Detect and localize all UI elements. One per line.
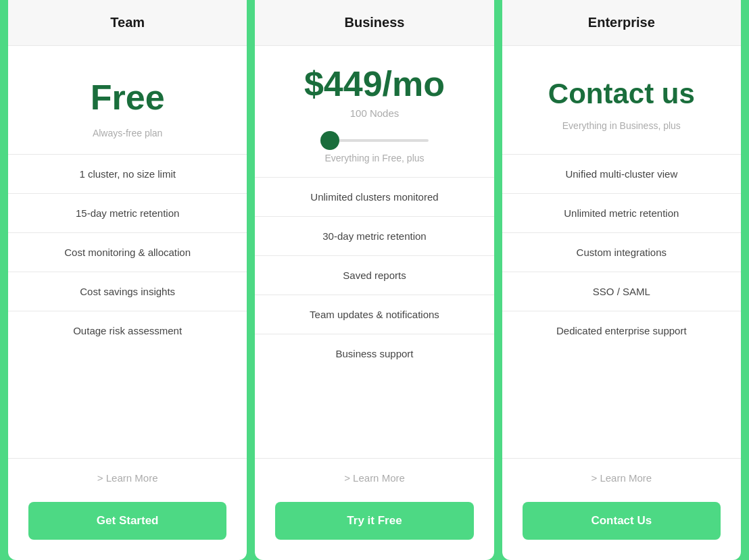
plan-price-section-enterprise: Contact usEverything in Business, plus <box>502 46 741 154</box>
plan-header-business: Business <box>255 0 493 46</box>
plan-subtext-business: Everything in Free, plus <box>324 153 424 163</box>
feature-item-business-1: 30-day metric retention <box>255 216 493 255</box>
nodes-slider-container <box>320 131 429 142</box>
learn-more-section-enterprise: > Learn More <box>502 458 741 491</box>
plan-price-team: Free <box>91 78 165 117</box>
feature-item-team-4: Outage risk assessment <box>8 311 247 350</box>
plan-name-team: Team <box>110 15 145 30</box>
feature-item-enterprise-4: Dedicated enterprise support <box>502 311 741 350</box>
pricing-card-enterprise: EnterpriseContact usEverything in Busine… <box>502 0 741 560</box>
plan-price-business: $449/mo <box>304 65 445 103</box>
feature-item-enterprise-2: Custom integrations <box>502 232 741 272</box>
plan-price-enterprise: Contact us <box>548 78 695 109</box>
cta-button-business[interactable]: Try it Free <box>275 502 473 540</box>
feature-item-team-0: 1 cluster, no size limit <box>8 154 247 193</box>
plan-name-business: Business <box>345 15 405 30</box>
nodes-label: 100 Nodes <box>350 107 400 119</box>
learn-more-section-team: > Learn More <box>8 458 247 491</box>
plan-subtext-enterprise: Everything in Business, plus <box>562 120 681 131</box>
plan-header-enterprise: Enterprise <box>502 0 741 46</box>
learn-more-link-enterprise[interactable]: > Learn More <box>591 472 652 484</box>
feature-item-enterprise-0: Unified multi-cluster view <box>502 154 741 193</box>
learn-more-link-business[interactable]: > Learn More <box>344 472 405 484</box>
plan-price-section-business: $449/mo100 NodesEverything in Free, plus <box>255 46 493 177</box>
features-list-team: 1 cluster, no size limit15-day metric re… <box>8 154 247 458</box>
nodes-slider-track[interactable] <box>320 139 429 142</box>
plan-subtext-team: Always-free plan <box>93 128 163 138</box>
pricing-card-team: TeamFreeAlways-free plan1 cluster, no si… <box>8 0 247 560</box>
feature-item-enterprise-1: Unlimited metric retention <box>502 193 741 232</box>
feature-item-business-2: Saved reports <box>255 255 493 295</box>
feature-item-business-4: Business support <box>255 334 493 373</box>
pricing-card-business: Business$449/mo100 NodesEverything in Fr… <box>255 0 493 560</box>
learn-more-link-team[interactable]: > Learn More <box>97 472 158 484</box>
feature-item-business-0: Unlimited clusters monitored <box>255 177 493 216</box>
features-list-enterprise: Unified multi-cluster viewUnlimited metr… <box>502 154 741 458</box>
feature-item-team-1: 15-day metric retention <box>8 193 247 232</box>
learn-more-section-business: > Learn More <box>255 458 493 491</box>
plan-header-team: Team <box>8 0 247 46</box>
cta-button-enterprise[interactable]: Contact Us <box>523 502 721 540</box>
feature-item-business-3: Team updates & notifications <box>255 295 493 334</box>
plan-price-section-team: FreeAlways-free plan <box>8 46 247 154</box>
feature-item-team-2: Cost monitoring & allocation <box>8 232 247 272</box>
pricing-container: TeamFreeAlways-free plan1 cluster, no si… <box>0 0 749 560</box>
nodes-slider-thumb[interactable] <box>320 131 339 150</box>
cta-button-team[interactable]: Get Started <box>28 502 226 540</box>
feature-item-enterprise-3: SSO / SAML <box>502 272 741 311</box>
feature-item-team-3: Cost savings insights <box>8 272 247 311</box>
plan-name-enterprise: Enterprise <box>588 15 655 30</box>
features-list-business: Unlimited clusters monitored30-day metri… <box>255 177 493 458</box>
